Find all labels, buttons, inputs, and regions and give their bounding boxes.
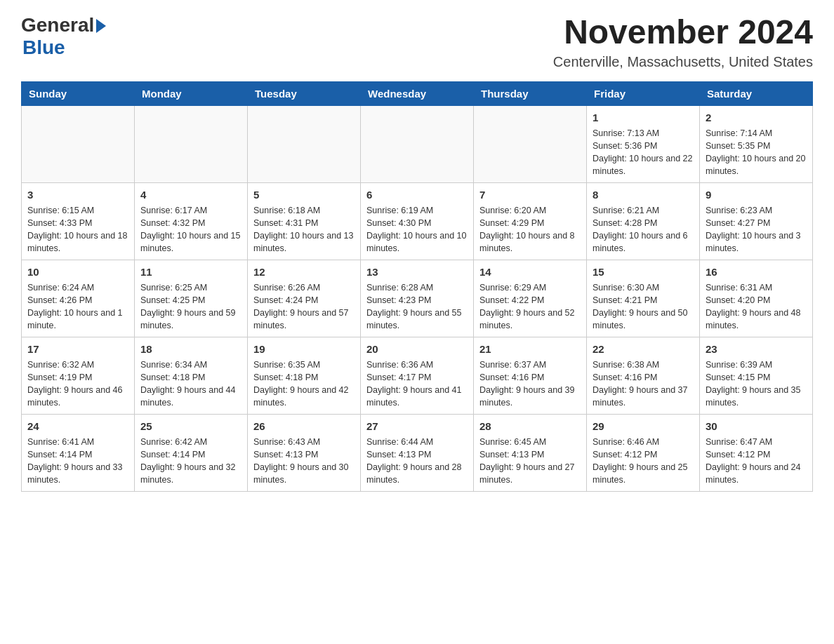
- day-info: Sunrise: 6:23 AM Sunset: 4:27 PM Dayligh…: [706, 204, 807, 255]
- calendar-cell: 16Sunrise: 6:31 AM Sunset: 4:20 PM Dayli…: [700, 260, 813, 337]
- calendar-cell: 24Sunrise: 6:41 AM Sunset: 4:14 PM Dayli…: [22, 414, 135, 491]
- calendar-cell: 6Sunrise: 6:19 AM Sunset: 4:30 PM Daylig…: [361, 182, 474, 260]
- day-number: 2: [706, 110, 807, 125]
- day-number: 14: [479, 264, 581, 279]
- logo: General Blue: [21, 14, 106, 59]
- day-info: Sunrise: 6:37 AM Sunset: 4:16 PM Dayligh…: [479, 358, 581, 410]
- header-thursday: Thursday: [474, 81, 587, 105]
- day-number: 30: [706, 419, 807, 434]
- calendar-cell: [22, 105, 135, 182]
- calendar-cell: 10Sunrise: 6:24 AM Sunset: 4:26 PM Dayli…: [22, 260, 135, 337]
- calendar-cell: 22Sunrise: 6:38 AM Sunset: 4:16 PM Dayli…: [587, 337, 700, 414]
- day-number: 11: [140, 264, 241, 279]
- day-number: 9: [706, 187, 807, 202]
- day-info: Sunrise: 6:20 AM Sunset: 4:29 PM Dayligh…: [479, 204, 581, 255]
- logo-triangle-icon: [96, 19, 106, 33]
- calendar-cell: [248, 105, 361, 182]
- day-number: 29: [593, 419, 694, 434]
- day-number: 3: [27, 187, 128, 202]
- calendar-cell: 20Sunrise: 6:36 AM Sunset: 4:17 PM Dayli…: [361, 337, 474, 414]
- day-info: Sunrise: 6:26 AM Sunset: 4:24 PM Dayligh…: [253, 281, 355, 333]
- day-info: Sunrise: 6:24 AM Sunset: 4:26 PM Dayligh…: [27, 281, 128, 333]
- day-number: 6: [366, 187, 468, 202]
- day-number: 22: [593, 342, 694, 356]
- day-number: 1: [593, 110, 694, 125]
- calendar-cell: 21Sunrise: 6:37 AM Sunset: 4:16 PM Dayli…: [474, 337, 587, 414]
- day-info: Sunrise: 6:31 AM Sunset: 4:20 PM Dayligh…: [706, 281, 807, 333]
- calendar-cell: 29Sunrise: 6:46 AM Sunset: 4:12 PM Dayli…: [587, 414, 700, 491]
- calendar-cell: 28Sunrise: 6:45 AM Sunset: 4:13 PM Dayli…: [474, 414, 587, 491]
- day-info: Sunrise: 6:36 AM Sunset: 4:17 PM Dayligh…: [366, 358, 468, 410]
- logo-general: General: [21, 14, 94, 36]
- day-number: 18: [140, 342, 241, 356]
- day-info: Sunrise: 6:29 AM Sunset: 4:22 PM Dayligh…: [479, 281, 581, 333]
- page-header: General Blue November 2024 Centerville, …: [21, 14, 813, 70]
- day-info: Sunrise: 6:43 AM Sunset: 4:13 PM Dayligh…: [253, 436, 355, 487]
- day-number: 15: [593, 264, 694, 279]
- day-number: 8: [593, 187, 694, 202]
- calendar-cell: 23Sunrise: 6:39 AM Sunset: 4:15 PM Dayli…: [700, 337, 813, 414]
- week-row-1: 3Sunrise: 6:15 AM Sunset: 4:33 PM Daylig…: [22, 182, 813, 260]
- week-row-0: 1Sunrise: 7:13 AM Sunset: 5:36 PM Daylig…: [22, 105, 813, 182]
- day-info: Sunrise: 6:15 AM Sunset: 4:33 PM Dayligh…: [27, 204, 128, 255]
- calendar-cell: 1Sunrise: 7:13 AM Sunset: 5:36 PM Daylig…: [587, 105, 700, 182]
- day-number: 24: [27, 419, 128, 434]
- calendar-cell: 9Sunrise: 6:23 AM Sunset: 4:27 PM Daylig…: [700, 182, 813, 260]
- day-info: Sunrise: 6:17 AM Sunset: 4:32 PM Dayligh…: [140, 204, 241, 255]
- day-number: 16: [706, 264, 807, 279]
- header-friday: Friday: [587, 81, 700, 105]
- day-info: Sunrise: 6:45 AM Sunset: 4:13 PM Dayligh…: [479, 436, 581, 487]
- day-number: 25: [140, 419, 241, 434]
- calendar-cell: 17Sunrise: 6:32 AM Sunset: 4:19 PM Dayli…: [22, 337, 135, 414]
- weekday-header-row: Sunday Monday Tuesday Wednesday Thursday…: [22, 81, 813, 105]
- day-info: Sunrise: 6:30 AM Sunset: 4:21 PM Dayligh…: [593, 281, 694, 333]
- calendar-cell: 8Sunrise: 6:21 AM Sunset: 4:28 PM Daylig…: [587, 182, 700, 260]
- day-info: Sunrise: 6:39 AM Sunset: 4:15 PM Dayligh…: [706, 358, 807, 410]
- day-info: Sunrise: 6:38 AM Sunset: 4:16 PM Dayligh…: [593, 358, 694, 410]
- day-number: 17: [27, 342, 128, 356]
- title-area: November 2024 Centerville, Massachusetts…: [553, 14, 813, 70]
- logo-blue: Blue: [22, 36, 65, 59]
- header-saturday: Saturday: [700, 81, 813, 105]
- calendar-subtitle: Centerville, Massachusetts, United State…: [553, 54, 813, 70]
- day-info: Sunrise: 6:25 AM Sunset: 4:25 PM Dayligh…: [140, 281, 241, 333]
- calendar-cell: 26Sunrise: 6:43 AM Sunset: 4:13 PM Dayli…: [248, 414, 361, 491]
- calendar-cell: 15Sunrise: 6:30 AM Sunset: 4:21 PM Dayli…: [587, 260, 700, 337]
- calendar-cell: 25Sunrise: 6:42 AM Sunset: 4:14 PM Dayli…: [135, 414, 248, 491]
- week-row-3: 17Sunrise: 6:32 AM Sunset: 4:19 PM Dayli…: [22, 337, 813, 414]
- day-number: 21: [479, 342, 581, 356]
- day-number: 7: [479, 187, 581, 202]
- day-info: Sunrise: 6:34 AM Sunset: 4:18 PM Dayligh…: [140, 358, 241, 410]
- day-number: 28: [479, 419, 581, 434]
- day-number: 26: [253, 419, 355, 434]
- calendar-cell: [474, 105, 587, 182]
- calendar-cell: 27Sunrise: 6:44 AM Sunset: 4:13 PM Dayli…: [361, 414, 474, 491]
- day-number: 27: [366, 419, 468, 434]
- day-info: Sunrise: 7:14 AM Sunset: 5:35 PM Dayligh…: [706, 127, 807, 178]
- day-number: 4: [140, 187, 241, 202]
- day-info: Sunrise: 6:18 AM Sunset: 4:31 PM Dayligh…: [253, 204, 355, 255]
- day-info: Sunrise: 6:42 AM Sunset: 4:14 PM Dayligh…: [140, 436, 241, 487]
- calendar-cell: 18Sunrise: 6:34 AM Sunset: 4:18 PM Dayli…: [135, 337, 248, 414]
- day-info: Sunrise: 6:21 AM Sunset: 4:28 PM Dayligh…: [593, 204, 694, 255]
- calendar-cell: 4Sunrise: 6:17 AM Sunset: 4:32 PM Daylig…: [135, 182, 248, 260]
- calendar-table: Sunday Monday Tuesday Wednesday Thursday…: [21, 81, 813, 492]
- calendar-cell: 19Sunrise: 6:35 AM Sunset: 4:18 PM Dayli…: [248, 337, 361, 414]
- day-number: 5: [253, 187, 355, 202]
- day-info: Sunrise: 6:32 AM Sunset: 4:19 PM Dayligh…: [27, 358, 128, 410]
- day-info: Sunrise: 6:41 AM Sunset: 4:14 PM Dayligh…: [27, 436, 128, 487]
- day-info: Sunrise: 7:13 AM Sunset: 5:36 PM Dayligh…: [593, 127, 694, 178]
- header-tuesday: Tuesday: [248, 81, 361, 105]
- header-monday: Monday: [135, 81, 248, 105]
- calendar-cell: 30Sunrise: 6:47 AM Sunset: 4:12 PM Dayli…: [700, 414, 813, 491]
- calendar-title: November 2024: [553, 14, 813, 51]
- day-number: 12: [253, 264, 355, 279]
- day-info: Sunrise: 6:47 AM Sunset: 4:12 PM Dayligh…: [706, 436, 807, 487]
- calendar-cell: [361, 105, 474, 182]
- calendar-cell: 12Sunrise: 6:26 AM Sunset: 4:24 PM Dayli…: [248, 260, 361, 337]
- day-number: 20: [366, 342, 468, 356]
- day-number: 19: [253, 342, 355, 356]
- day-number: 10: [27, 264, 128, 279]
- calendar-cell: 2Sunrise: 7:14 AM Sunset: 5:35 PM Daylig…: [700, 105, 813, 182]
- day-info: Sunrise: 6:44 AM Sunset: 4:13 PM Dayligh…: [366, 436, 468, 487]
